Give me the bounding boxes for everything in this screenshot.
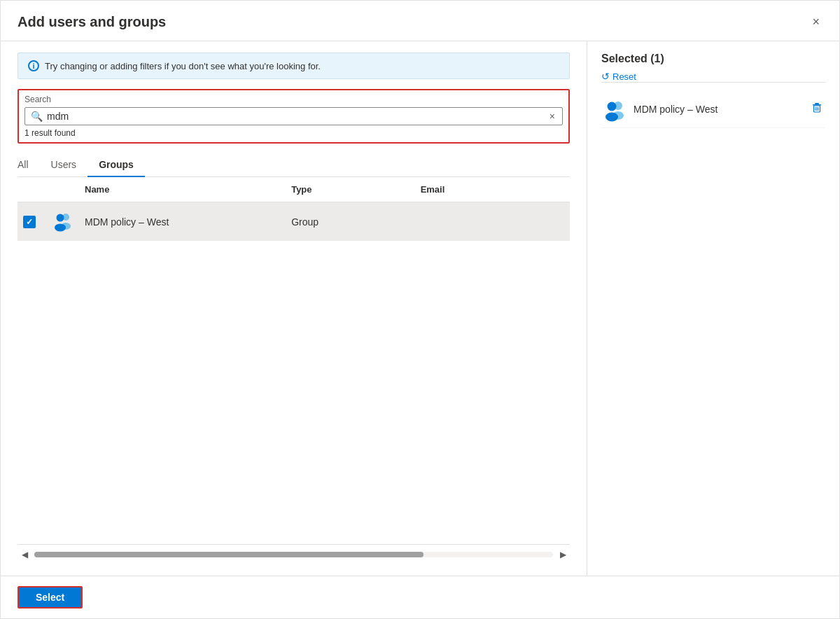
col-header-name: Name — [79, 177, 286, 202]
clear-search-button[interactable]: × — [548, 111, 556, 122]
dialog-footer: Select — [1, 576, 839, 618]
selected-item-group-icon — [601, 97, 626, 122]
col-header-type: Type — [286, 177, 414, 202]
svg-point-7 — [606, 113, 618, 122]
row-email-cell — [415, 202, 570, 242]
tab-all[interactable]: All — [18, 153, 40, 177]
reset-icon: ↺ — [601, 71, 610, 82]
dialog-title: Add users and groups — [18, 14, 166, 30]
col-header-email: Email — [415, 177, 570, 202]
search-label: Search — [24, 95, 563, 104]
results-table: Name Type Email — [18, 177, 570, 241]
row-icon-cell — [46, 202, 79, 242]
selected-header: Selected (1) — [601, 53, 825, 65]
selected-item-name: MDM policy – West — [634, 104, 808, 115]
search-input-row: 🔍 × — [24, 107, 563, 125]
info-icon: i — [28, 60, 39, 71]
add-users-groups-dialog: Add users and groups × i Try changing or… — [0, 0, 840, 619]
table-wrapper: Name Type Email — [18, 177, 570, 544]
selected-divider — [601, 82, 825, 83]
reset-button[interactable]: ↺ Reset — [601, 71, 825, 82]
scroll-right-button[interactable]: ▶ — [556, 548, 570, 562]
close-button[interactable]: × — [809, 12, 822, 32]
reset-label: Reset — [612, 71, 636, 82]
search-box-container: Search 🔍 × 1 result found — [18, 89, 570, 144]
selected-title: Selected (1) — [601, 53, 664, 65]
col-header-check — [18, 177, 46, 202]
info-banner: i Try changing or adding filters if you … — [18, 53, 570, 79]
scrollbar-track[interactable] — [34, 552, 553, 557]
svg-rect-8 — [815, 103, 819, 104]
dialog-body: i Try changing or adding filters if you … — [1, 41, 839, 576]
row-type-cell: Group — [286, 202, 414, 242]
scrollbar-thumb — [34, 552, 424, 557]
scrollbar-area: ◀ ▶ — [18, 544, 570, 564]
tabs: All Users Groups — [18, 153, 570, 177]
result-count: 1 result found — [24, 128, 563, 138]
svg-rect-9 — [813, 104, 821, 106]
table-row[interactable]: MDM policy – West Group — [18, 202, 570, 242]
search-icon: 🔍 — [31, 111, 43, 122]
checkbox-checked[interactable] — [23, 216, 36, 228]
tab-groups[interactable]: Groups — [88, 153, 145, 177]
table-header-row: Name Type Email — [18, 177, 570, 202]
row-name-cell: MDM policy – West — [79, 202, 286, 242]
selected-item: MDM policy – West — [601, 91, 825, 128]
row-checkbox-cell[interactable] — [18, 202, 46, 242]
left-panel: i Try changing or adding filters if you … — [1, 41, 587, 576]
svg-point-6 — [608, 102, 617, 111]
delete-selected-item-button[interactable] — [808, 101, 825, 118]
scroll-left-button[interactable]: ◀ — [18, 548, 31, 562]
svg-point-2 — [57, 214, 64, 222]
dialog-header: Add users and groups × — [1, 1, 839, 41]
group-icon — [51, 209, 74, 232]
trash-icon — [811, 102, 822, 113]
tab-users[interactable]: Users — [40, 153, 88, 177]
info-banner-text: Try changing or adding filters if you do… — [45, 61, 321, 71]
search-input[interactable] — [47, 111, 548, 122]
select-button[interactable]: Select — [18, 586, 83, 608]
right-panel: Selected (1) ↺ Reset MDM policy – West — [587, 41, 839, 576]
svg-point-3 — [55, 224, 66, 232]
col-header-icon — [46, 177, 79, 202]
